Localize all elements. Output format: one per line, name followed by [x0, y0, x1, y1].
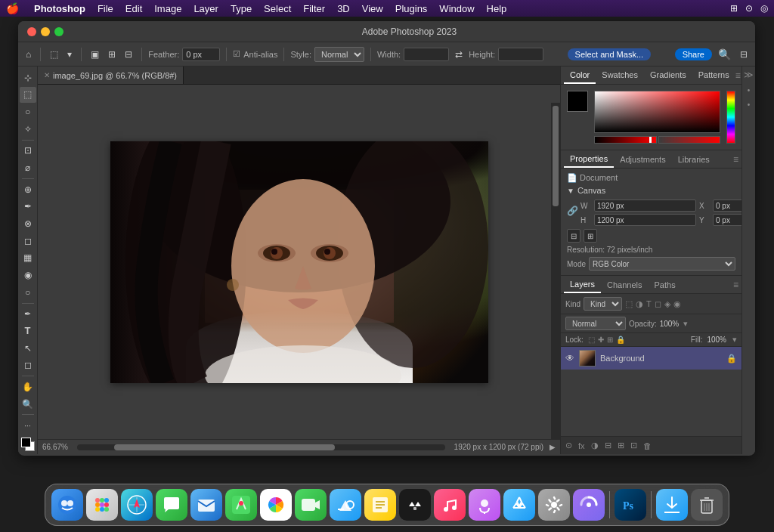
dock-safari[interactable]: [121, 489, 153, 521]
vertical-scrollbar[interactable]: [551, 103, 560, 439]
wifi-icon[interactable]: ⊞: [730, 3, 738, 14]
properties-tab[interactable]: Properties: [564, 150, 614, 168]
canvas-icon-2[interactable]: ⊞: [584, 229, 597, 243]
adjustment-layer-icon[interactable]: ⊟: [605, 441, 611, 450]
dodge-tool[interactable]: ○: [20, 284, 36, 301]
horizontal-scrollbar[interactable]: [77, 444, 445, 450]
brush-tool[interactable]: ✒: [20, 199, 36, 215]
layer-filter-type-icon[interactable]: T: [646, 299, 652, 308]
hand-tool[interactable]: ✋: [20, 379, 36, 395]
minimize-button[interactable]: [41, 27, 50, 36]
lasso-tool[interactable]: ○: [20, 104, 36, 120]
layer-lock-icon[interactable]: 🔒: [726, 354, 737, 363]
group-icon-toolbar[interactable]: ⊞: [105, 48, 119, 61]
color-panel-menu-icon[interactable]: ≡: [735, 70, 741, 81]
collapse-panel-icon[interactable]: ≫: [744, 70, 754, 80]
move-tool[interactable]: ⊹: [20, 70, 36, 86]
menu-item-photoshop[interactable]: Photoshop: [28, 3, 91, 14]
blend-mode-select[interactable]: Normal: [565, 317, 626, 330]
menu-item-type[interactable]: Type: [224, 3, 258, 14]
swatches-tab[interactable]: Swatches: [596, 66, 644, 84]
layers-menu-icon[interactable]: ≡: [733, 280, 738, 290]
dock-appletv[interactable]: [399, 489, 431, 521]
layer-filter-pixel-icon[interactable]: ⬚: [625, 299, 633, 309]
layer-filter-smart-icon[interactable]: ◈: [664, 299, 670, 309]
channels-tab[interactable]: Channels: [601, 276, 648, 293]
dock-finder[interactable]: [51, 489, 83, 521]
eyedropper-tool[interactable]: ⌀: [20, 159, 36, 176]
fill-arrow-icon[interactable]: ▾: [732, 335, 737, 345]
apple-menu-icon[interactable]: 🍎: [6, 2, 19, 14]
magic-wand-tool[interactable]: ✧: [20, 121, 36, 138]
menu-item-help[interactable]: Help: [481, 3, 513, 14]
blur-tool[interactable]: ◉: [20, 267, 36, 283]
menu-item-3d[interactable]: 3D: [331, 3, 356, 14]
dock-downloads[interactable]: [656, 489, 688, 521]
menu-item-layer[interactable]: Layer: [187, 3, 224, 14]
feather-input[interactable]: [182, 48, 220, 61]
canvas-area[interactable]: [38, 85, 560, 439]
layer-visibility-icon[interactable]: 👁: [565, 353, 574, 363]
artboard-icon[interactable]: ⊟: [122, 48, 135, 61]
paths-tab[interactable]: Paths: [649, 276, 682, 293]
dock-photos[interactable]: [260, 489, 292, 521]
maximize-button[interactable]: [54, 27, 63, 36]
dock-messages[interactable]: [156, 489, 187, 521]
workspace-icon[interactable]: ⊟: [737, 48, 751, 61]
lock-position-icon[interactable]: ✚: [598, 336, 604, 344]
pen-tool[interactable]: ✒: [20, 305, 36, 322]
menu-item-image[interactable]: Image: [148, 3, 187, 14]
layers-tab[interactable]: Layers: [564, 276, 601, 293]
style-select[interactable]: Normal: [314, 47, 364, 62]
dock-maps[interactable]: [225, 489, 257, 521]
swap-icon[interactable]: ⇄: [452, 48, 466, 61]
dock-mail[interactable]: [190, 489, 222, 521]
marquee-tool[interactable]: ⬚: [20, 87, 36, 104]
opacity-arrow-icon[interactable]: ▾: [683, 319, 688, 329]
panel-strip-icon-2[interactable]: •: [748, 86, 751, 94]
select-and-mask-button[interactable]: Select and Mask...: [568, 48, 652, 60]
horizontal-scroll-thumb[interactable]: [114, 444, 335, 450]
dock-arcadia[interactable]: [573, 489, 605, 521]
menu-item-select[interactable]: Select: [258, 3, 297, 14]
new-layer-icon-toolbar[interactable]: ▣: [88, 48, 102, 61]
siri-icon[interactable]: ◎: [760, 3, 768, 14]
layer-row-background[interactable]: 👁 Background 🔒: [561, 347, 741, 370]
fx-icon[interactable]: fx: [578, 441, 585, 450]
control-center-icon[interactable]: ⊙: [745, 3, 753, 14]
canvas-y-input[interactable]: [713, 214, 741, 226]
new-group-icon[interactable]: ⊞: [618, 441, 624, 450]
mode-select[interactable]: RGB Color: [589, 257, 735, 271]
layer-filter-active-icon[interactable]: ◉: [673, 299, 681, 309]
menu-item-file[interactable]: File: [91, 3, 119, 14]
menu-item-filter[interactable]: Filter: [297, 3, 331, 14]
canvas-image[interactable]: [110, 141, 488, 383]
canvas-width-input[interactable]: [594, 200, 696, 212]
menu-item-view[interactable]: View: [356, 3, 389, 14]
new-fill-icon[interactable]: ◑: [591, 441, 599, 450]
dock-facetime[interactable]: [295, 489, 327, 521]
anti-alias-checkbox[interactable]: ☑: [233, 49, 240, 59]
properties-menu-icon[interactable]: ≡: [733, 154, 738, 165]
type-tool[interactable]: T: [20, 323, 36, 339]
lock-all-icon[interactable]: 🔒: [616, 336, 625, 344]
gradient-tool[interactable]: ▦: [20, 250, 36, 267]
canvas-height-input[interactable]: [594, 214, 696, 226]
dock-trash[interactable]: [691, 489, 723, 521]
link-dimensions-icon[interactable]: 🔗: [567, 200, 577, 222]
dock-music[interactable]: [434, 489, 466, 521]
hue-slider[interactable]: [594, 136, 657, 144]
foreground-swatch[interactable]: [567, 91, 588, 112]
dock-appstore-files[interactable]: [330, 489, 361, 521]
vertical-scroll-thumb[interactable]: [553, 106, 559, 207]
zoom-tool[interactable]: 🔍: [20, 396, 36, 413]
search-button[interactable]: 🔍: [718, 48, 731, 60]
color-tab[interactable]: Color: [564, 66, 596, 84]
dock-launchpad[interactable]: [86, 489, 118, 521]
menu-item-plugins[interactable]: Plugins: [389, 3, 434, 14]
new-layer-btn[interactable]: ⊡: [630, 441, 637, 450]
width-input[interactable]: [404, 48, 449, 61]
clone-tool[interactable]: ⊗: [20, 215, 36, 232]
home-icon[interactable]: ⌂: [23, 48, 34, 61]
delete-layer-icon[interactable]: 🗑: [643, 441, 652, 450]
